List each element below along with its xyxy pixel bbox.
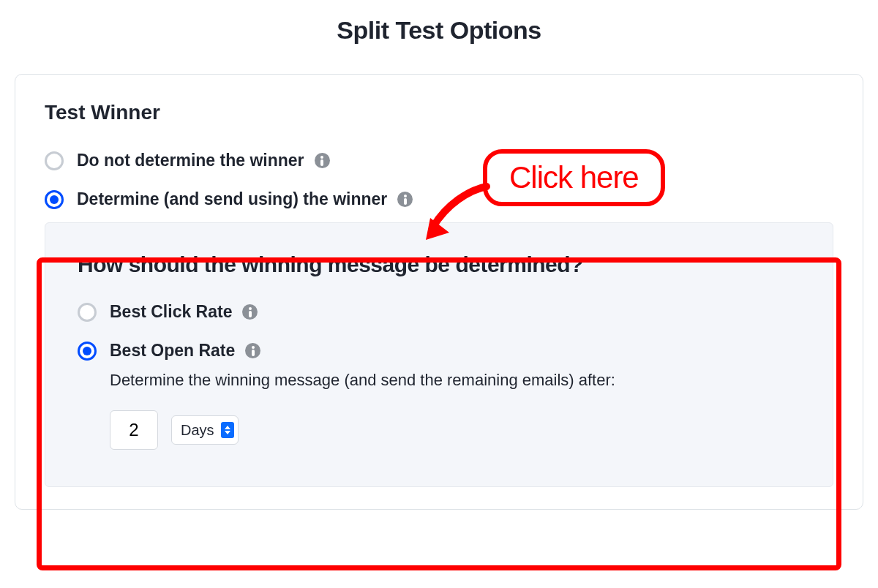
duration-unit-label: Days <box>181 422 214 439</box>
radio-icon[interactable] <box>45 151 64 170</box>
radio-icon[interactable] <box>45 190 64 209</box>
info-icon[interactable] <box>397 192 413 207</box>
radio-icon[interactable] <box>78 303 97 322</box>
test-winner-option-determine[interactable]: Determine (and send using) the winner <box>45 189 833 209</box>
determine-option-click-rate[interactable]: Best Click Rate <box>78 302 800 322</box>
svg-rect-5 <box>249 311 252 317</box>
svg-rect-3 <box>404 198 407 205</box>
select-stepper-icon <box>221 422 234 438</box>
svg-point-0 <box>320 156 323 159</box>
radio-label: Do not determine the winner <box>77 151 304 170</box>
determine-option-open-rate[interactable]: Best Open Rate <box>78 341 800 361</box>
svg-point-4 <box>249 307 252 310</box>
radio-label: Determine (and send using) the winner <box>77 189 387 209</box>
determination-panel: How should the winning message be determ… <box>45 222 833 487</box>
test-winner-heading: Test Winner <box>45 101 833 124</box>
info-icon[interactable] <box>315 153 330 168</box>
svg-rect-1 <box>320 159 323 166</box>
svg-point-2 <box>404 195 407 197</box>
radio-label: Best Click Rate <box>110 302 232 322</box>
svg-point-6 <box>252 346 255 349</box>
annotation-callout: Click here <box>483 149 665 206</box>
svg-rect-7 <box>252 350 255 356</box>
duration-unit-select[interactable]: Days <box>171 415 239 445</box>
radio-label: Best Open Rate <box>110 341 235 361</box>
page-title: Split Test Options <box>15 16 863 45</box>
info-icon[interactable] <box>245 343 260 358</box>
duration-input[interactable] <box>110 410 158 450</box>
determination-heading: How should the winning message be determ… <box>78 252 800 277</box>
determine-after-text: Determine the winning message (and send … <box>110 371 800 390</box>
test-winner-option-none[interactable]: Do not determine the winner <box>45 151 833 170</box>
info-icon[interactable] <box>242 304 258 320</box>
determine-after-controls: Days <box>110 410 800 450</box>
radio-icon[interactable] <box>78 342 97 361</box>
options-card: Test Winner Do not determine the winner … <box>15 74 863 510</box>
